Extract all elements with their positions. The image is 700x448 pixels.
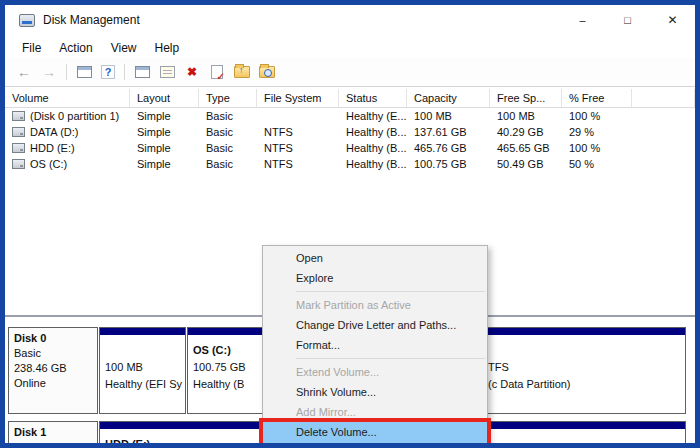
disk1-name: Disk 1 bbox=[14, 425, 92, 440]
volume-status: Healthy (E... bbox=[339, 108, 407, 124]
maximize-button[interactable]: □ bbox=[605, 5, 650, 35]
action-pane-icon[interactable] bbox=[135, 66, 150, 78]
volume-icon bbox=[12, 159, 25, 169]
menu-item-shrink-volume[interactable]: Shrink Volume... bbox=[263, 382, 487, 402]
disk0-type: Basic bbox=[14, 346, 92, 361]
volume-status: Healthy (B... bbox=[339, 124, 407, 140]
toolbar-separator bbox=[124, 64, 125, 80]
partition-label: HDD (E:) bbox=[105, 438, 150, 443]
column-header-filler bbox=[632, 89, 695, 107]
volume-name: (Disk 0 partition 1) bbox=[30, 110, 119, 122]
column-header-pct-free[interactable]: % Free bbox=[562, 89, 632, 107]
volume-icon bbox=[12, 111, 25, 121]
menu-separator bbox=[296, 358, 485, 359]
menu-item-add-mirror: Add Mirror... bbox=[263, 402, 487, 422]
disk1-header[interactable]: Disk 1 bbox=[8, 421, 98, 443]
format-icon[interactable] bbox=[211, 65, 223, 79]
column-header-capacity[interactable]: Capacity bbox=[407, 89, 490, 107]
volume-layout: Simple bbox=[130, 108, 199, 124]
volume-list-header: Volume Layout Type File System Status Ca… bbox=[5, 89, 695, 108]
volume-pct-free: 50 % bbox=[562, 156, 632, 172]
partition-status: Healthy (B bbox=[193, 378, 244, 390]
help-icon[interactable]: ? bbox=[101, 65, 115, 79]
table-row[interactable]: DATA (D:) Simple Basic NTFS Healthy (B..… bbox=[5, 124, 695, 140]
partition-color-bar bbox=[483, 328, 685, 335]
partition-efi[interactable]: 100 MB Healthy (EFI Sy bbox=[99, 327, 186, 414]
back-icon[interactable]: ← bbox=[16, 65, 32, 80]
volume-fs: NTFS bbox=[257, 140, 339, 156]
console-tree-icon[interactable] bbox=[77, 66, 92, 78]
partition-label: OS (C:) bbox=[193, 344, 231, 356]
partition-size: 100.75 GB bbox=[193, 361, 246, 373]
delete-icon[interactable]: ✖ bbox=[184, 65, 200, 80]
partition-status: Healthy (EFI Sy bbox=[105, 378, 182, 390]
volume-capacity: 137.61 GB bbox=[407, 124, 490, 140]
volume-pct-free: 100 % bbox=[562, 140, 632, 156]
volume-fs bbox=[257, 108, 339, 124]
menu-item-delete-volume[interactable]: Delete Volume... bbox=[263, 422, 487, 443]
partition-color-bar bbox=[100, 328, 185, 335]
menu-separator bbox=[296, 291, 485, 292]
volume-free: 465.65 GB bbox=[490, 140, 562, 156]
menu-item-extend-volume: Extend Volume... bbox=[263, 362, 487, 382]
column-header-free-space[interactable]: Free Sp... bbox=[490, 89, 562, 107]
open-folder-icon[interactable] bbox=[234, 66, 250, 78]
explore-icon[interactable] bbox=[259, 66, 275, 78]
close-button[interactable]: ✕ bbox=[650, 5, 695, 35]
volume-type: Basic bbox=[199, 156, 257, 172]
volume-layout: Simple bbox=[130, 156, 199, 172]
disk0-size: 238.46 GB bbox=[14, 361, 92, 376]
column-header-file-system[interactable]: File System bbox=[257, 89, 339, 107]
column-header-status[interactable]: Status bbox=[339, 89, 407, 107]
volume-status: Healthy (B... bbox=[339, 156, 407, 172]
column-header-volume[interactable]: Volume bbox=[5, 89, 130, 107]
table-row[interactable]: (Disk 0 partition 1) Simple Basic Health… bbox=[5, 108, 695, 124]
context-menu: Open Explore Mark Partition as Active Ch… bbox=[262, 245, 488, 446]
forward-icon[interactable]: → bbox=[41, 65, 57, 80]
menu-help[interactable]: Help bbox=[146, 39, 189, 57]
volume-layout: Simple bbox=[130, 140, 199, 156]
disk-management-app-icon bbox=[19, 14, 35, 27]
disk0-header[interactable]: Disk 0 Basic 238.46 GB Online bbox=[8, 327, 98, 414]
volume-type: Basic bbox=[199, 140, 257, 156]
volume-pct-free: 29 % bbox=[562, 124, 632, 140]
menu-item-mark-partition-active: Mark Partition as Active bbox=[263, 295, 487, 315]
volume-icon bbox=[12, 143, 25, 153]
volume-type: Basic bbox=[199, 108, 257, 124]
menu-item-open[interactable]: Open bbox=[263, 248, 487, 268]
menu-item-change-drive-letter[interactable]: Change Drive Letter and Paths... bbox=[263, 315, 487, 335]
volume-free: 40.29 GB bbox=[490, 124, 562, 140]
volume-layout: Simple bbox=[130, 124, 199, 140]
toolbar-separator bbox=[66, 64, 67, 80]
partition-status: (c Data Partition) bbox=[488, 378, 571, 390]
volume-list: Volume Layout Type File System Status Ca… bbox=[5, 89, 695, 172]
disk0-status: Online bbox=[14, 376, 92, 391]
volume-capacity: 100 MB bbox=[407, 108, 490, 124]
volume-type: Basic bbox=[199, 124, 257, 140]
properties-icon[interactable] bbox=[160, 66, 175, 78]
partition-size: TFS bbox=[488, 361, 509, 373]
table-row[interactable]: OS (C:) Simple Basic NTFS Healthy (B... … bbox=[5, 156, 695, 172]
column-header-type[interactable]: Type bbox=[199, 89, 257, 107]
menu-view[interactable]: View bbox=[102, 39, 146, 57]
window-title: Disk Management bbox=[43, 13, 140, 27]
menu-action[interactable]: Action bbox=[50, 39, 101, 57]
volume-capacity: 465.76 GB bbox=[407, 140, 490, 156]
disk0-name: Disk 0 bbox=[14, 331, 92, 346]
volume-fs: NTFS bbox=[257, 156, 339, 172]
column-header-layout[interactable]: Layout bbox=[130, 89, 199, 107]
volume-capacity: 100.75 GB bbox=[407, 156, 490, 172]
disk-management-window: Disk Management – □ ✕ File Action View H… bbox=[0, 0, 700, 448]
menubar: File Action View Help bbox=[5, 37, 695, 58]
volume-name: HDD (E:) bbox=[30, 142, 75, 154]
volume-name: DATA (D:) bbox=[30, 126, 78, 138]
table-row[interactable]: HDD (E:) Simple Basic NTFS Healthy (B...… bbox=[5, 140, 695, 156]
minimize-button[interactable]: – bbox=[560, 5, 605, 35]
window-controls: – □ ✕ bbox=[560, 5, 695, 35]
menu-item-explore[interactable]: Explore bbox=[263, 268, 487, 288]
volume-fs: NTFS bbox=[257, 124, 339, 140]
menu-item-format[interactable]: Format... bbox=[263, 335, 487, 355]
partition-data[interactable]: TFS (c Data Partition) bbox=[482, 327, 686, 414]
volume-pct-free: 100 % bbox=[562, 108, 632, 124]
menu-file[interactable]: File bbox=[13, 39, 50, 57]
